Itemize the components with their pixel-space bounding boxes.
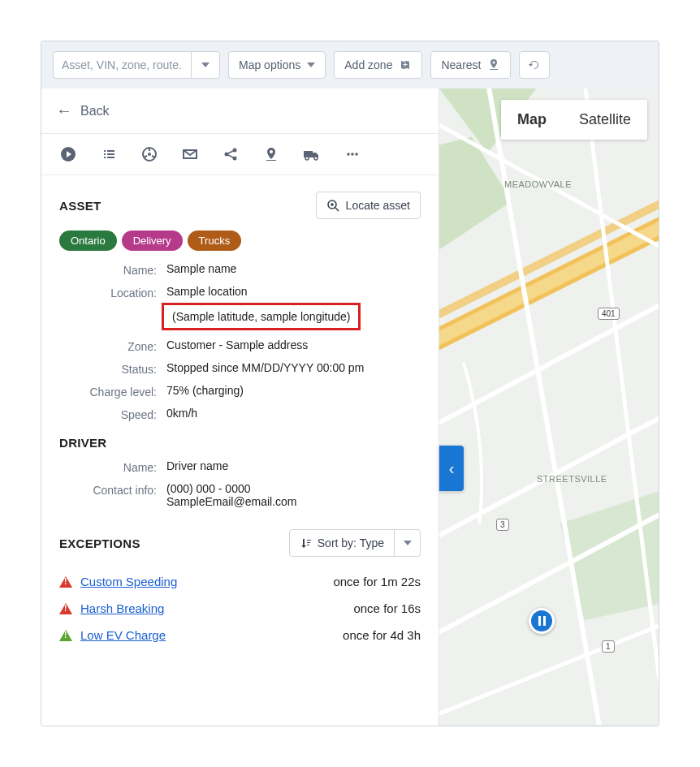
exceptions-title: EXCEPTIONS <box>59 536 140 550</box>
asset-tags: Ontario Delivery Trucks <box>59 231 421 251</box>
map-label-meadowvale: MEADOWVALE <box>504 179 572 189</box>
main-split: ← Back ASSET <box>41 88 659 726</box>
arrow-left-icon: ← <box>56 101 72 120</box>
location-pin-icon[interactable] <box>262 145 280 163</box>
back-label: Back <box>80 104 110 118</box>
value-driver-name: Driver name <box>166 459 421 474</box>
value-zone: Customer - Sample address <box>166 338 421 353</box>
search-input[interactable] <box>53 51 191 79</box>
play-icon[interactable] <box>59 145 77 163</box>
warning-icon <box>59 576 72 588</box>
sort-button[interactable]: Sort by: Type <box>289 529 395 557</box>
nearest-label: Nearest <box>441 58 481 71</box>
refresh-button[interactable] <box>519 51 550 79</box>
sort-icon <box>300 537 311 549</box>
sort-dropdown-toggle[interactable] <box>395 529 421 557</box>
add-zone-button[interactable]: Add zone <box>334 51 422 79</box>
search-dropdown-toggle[interactable] <box>191 51 220 79</box>
asset-header: ASSET Locate asset <box>59 192 421 219</box>
label-driver-contact: Contact info: <box>59 482 157 508</box>
svg-point-2 <box>148 153 151 156</box>
locate-asset-button[interactable]: Locate asset <box>316 192 421 219</box>
exception-duration: once for 4d 3h <box>343 628 421 642</box>
tag-delivery[interactable]: Delivery <box>122 231 183 251</box>
tag-ontario[interactable]: Ontario <box>59 231 117 251</box>
tag-trucks[interactable]: Trucks <box>188 231 242 251</box>
location-text: Sample location <box>166 285 421 298</box>
top-toolbar: Map options Add zone Nearest <box>41 41 659 88</box>
value-driver-contact: (000) 000 - 0000 SampleEmail@email.com <box>166 482 421 508</box>
route-shield-1: 1 <box>602 640 615 653</box>
value-name: Sample name <box>166 262 421 277</box>
refresh-icon <box>528 58 541 71</box>
share-icon[interactable] <box>222 145 240 163</box>
map-pane[interactable]: Map Satellite MEADOWVALE STREETSVILLE 40… <box>439 88 659 726</box>
exception-row: Harsh Breaking once for 16s <box>59 595 421 622</box>
driver-section: DRIVER Name: Driver name Contact info: (… <box>59 436 421 508</box>
panel-scroll: ASSET Locate asset Ontario Delivery Truc… <box>41 175 439 657</box>
add-zone-icon <box>399 58 412 71</box>
tab-satellite[interactable]: Satellite <box>563 100 647 140</box>
search-combo <box>53 51 220 79</box>
exception-link[interactable]: Low EV Charge <box>80 628 166 642</box>
asset-fields: Name: Sample name Location: Sample locat… <box>59 262 421 421</box>
pin-icon <box>487 58 500 71</box>
label-charge: Charge level: <box>59 384 157 399</box>
svg-point-6 <box>305 157 309 160</box>
action-icon-row <box>41 134 439 175</box>
sort-control: Sort by: Type <box>289 529 421 557</box>
truck-icon[interactable] <box>303 145 321 163</box>
svg-point-7 <box>314 157 318 160</box>
exception-row: Low EV Charge once for 4d 3h <box>59 622 421 649</box>
pause-marker[interactable] <box>529 608 555 634</box>
map-options-label: Map options <box>239 58 300 71</box>
chevron-left-icon: ‹ <box>449 459 455 478</box>
coords-highlight: (Sample latitude, sample longitude) <box>162 303 361 330</box>
magnifier-plus-icon <box>326 199 339 212</box>
coords-text: (Sample latitude, sample longitude) <box>172 310 350 323</box>
details-panel: ← Back ASSET <box>41 88 439 726</box>
asset-title: ASSET <box>59 199 102 213</box>
exception-link[interactable]: Custom Speeding <box>80 575 177 588</box>
caret-down-icon <box>307 62 315 67</box>
map-label-streetsville: STREETSVILLE <box>537 474 607 484</box>
highway-shield-401: 401 <box>598 308 620 320</box>
label-zone: Zone: <box>59 338 157 353</box>
warning-icon <box>59 603 72 614</box>
driver-title: DRIVER <box>59 436 421 450</box>
locate-asset-label: Locate asset <box>346 199 410 212</box>
driver-email: SampleEmail@email.com <box>166 495 421 508</box>
nearest-button[interactable]: Nearest <box>430 51 511 79</box>
label-speed: Speed: <box>59 407 157 421</box>
collapse-panel-button[interactable]: ‹ <box>439 446 464 491</box>
steering-wheel-icon[interactable] <box>140 145 158 163</box>
exception-duration: once for 16s <box>353 601 421 615</box>
more-icon[interactable] <box>344 145 361 163</box>
add-zone-label: Add zone <box>344 58 392 71</box>
value-charge: 75% (charging) <box>166 384 421 399</box>
svg-point-8 <box>347 153 350 156</box>
app-window: Map options Add zone Nearest ← Back <box>41 41 659 726</box>
sort-label: Sort by: Type <box>318 536 384 549</box>
map-options-button[interactable]: Map options <box>228 51 326 79</box>
driver-phone: (000) 000 - 0000 <box>166 482 421 495</box>
value-location: Sample location (Sample latitude, sample… <box>166 285 421 330</box>
exceptions-header: EXCEPTIONS Sort by: Type <box>59 529 421 557</box>
exception-row: Custom Speeding once for 1m 22s <box>59 568 421 595</box>
mail-icon[interactable] <box>181 145 199 163</box>
svg-point-10 <box>355 153 358 156</box>
svg-point-9 <box>351 153 354 156</box>
driver-fields: Name: Driver name Contact info: (000) 00… <box>59 459 421 508</box>
value-speed: 0km/h <box>166 407 421 421</box>
tab-map[interactable]: Map <box>501 100 563 140</box>
caret-down-icon <box>404 541 412 545</box>
route-shield-3: 3 <box>496 519 509 531</box>
label-location: Location: <box>59 285 157 330</box>
label-status: Status: <box>59 361 157 376</box>
caret-down-icon <box>201 62 210 67</box>
back-button[interactable]: ← Back <box>41 88 439 134</box>
exception-link[interactable]: Harsh Breaking <box>80 601 164 615</box>
value-status: Stopped since MM/DD/YYYY 00:00 pm <box>166 361 421 376</box>
list-icon[interactable] <box>100 145 118 163</box>
exception-duration: once for 1m 22s <box>333 575 421 588</box>
